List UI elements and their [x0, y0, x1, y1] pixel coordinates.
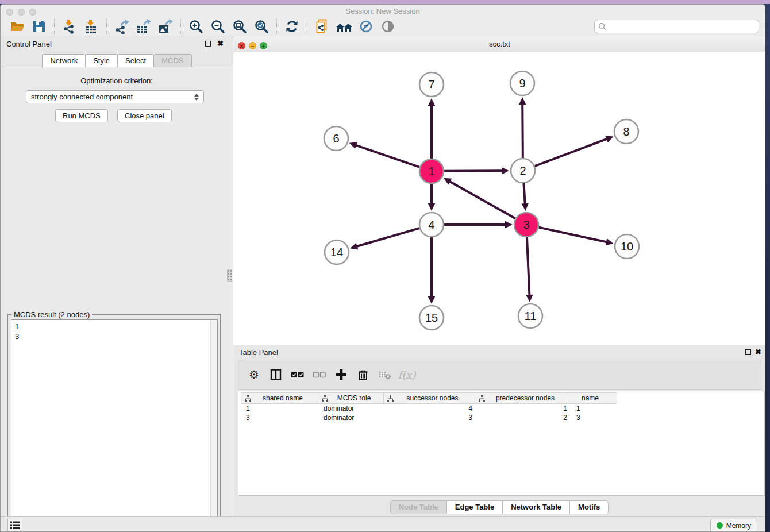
table-cell[interactable]: 3 — [572, 413, 620, 422]
graph-edge-3-10[interactable] — [538, 228, 607, 242]
criterion-dropdown-value: strongly connected component — [31, 92, 133, 101]
network-file-title: scc.txt — [233, 40, 765, 48]
column-header-successor-nodes[interactable]: successor nodes — [383, 392, 475, 404]
zoom-out-icon[interactable] — [209, 19, 226, 34]
graph-edge-arrowhead — [428, 98, 435, 106]
panel-splitter-handle[interactable] — [227, 269, 232, 282]
graph-edge-2-9[interactable] — [522, 103, 523, 158]
network-graph: 7968124314101511 — [233, 52, 765, 341]
search-input[interactable] — [594, 20, 759, 33]
table-panel-header: Table Panel ✖ — [233, 345, 765, 360]
table-panel-tabs: Node TableEdge TableNetwork TableMotifs — [233, 500, 765, 514]
table-cell[interactable]: 1 — [241, 404, 319, 413]
table-cell[interactable]: dominator — [319, 413, 385, 422]
tab-mcds[interactable]: MCDS — [153, 54, 191, 67]
network-window-titlebar: ✕−+ scc.txt — [233, 36, 765, 52]
mcds-result-textarea[interactable]: 1 3 — [11, 319, 218, 530]
column-header-shared-name[interactable]: shared name — [241, 392, 318, 404]
memory-label: Memory — [726, 522, 751, 530]
export-image-icon[interactable] — [157, 19, 174, 34]
toolbar-separator — [54, 19, 55, 34]
float-panel-icon[interactable] — [205, 41, 211, 47]
tab-network-table[interactable]: Network Table — [502, 500, 570, 514]
app-titlebar: Session: New Session — [1, 5, 765, 17]
show-columns-icon[interactable] — [268, 367, 283, 382]
column-header-predecessor-nodes[interactable]: predecessor nodes — [475, 392, 569, 404]
column-header-name[interactable]: name — [569, 392, 617, 404]
close-panel-icon[interactable]: ✖ — [217, 39, 224, 48]
memory-button[interactable]: Memory — [710, 519, 757, 532]
float-table-panel-icon[interactable] — [745, 349, 751, 355]
table-cell[interactable]: dominator — [319, 404, 385, 413]
table-panel: Table Panel ✖ ⚙ f(x) — [233, 345, 765, 516]
graph-edge-2-8[interactable] — [535, 138, 608, 166]
tab-select[interactable]: Select — [117, 54, 154, 67]
deselect-all-checkboxes-icon[interactable] — [312, 367, 327, 382]
tab-edge-table[interactable]: Edge Table — [446, 500, 503, 514]
tab-motifs[interactable]: Motifs — [569, 500, 609, 514]
share-document-icon[interactable] — [314, 19, 331, 34]
table-cell[interactable]: 2 — [477, 413, 572, 422]
task-history-button[interactable] — [7, 519, 22, 531]
graph-edge-arrowhead — [502, 167, 509, 174]
control-panel-title: Control Panel — [6, 40, 52, 48]
add-row-icon[interactable] — [334, 367, 349, 382]
graph-node-label: 6 — [333, 132, 339, 145]
tab-style[interactable]: Style — [85, 54, 118, 67]
graph-edge-arrowhead — [428, 296, 435, 304]
refresh-icon[interactable] — [283, 19, 301, 34]
zoom-fit-icon[interactable] — [231, 19, 248, 34]
hide-details-icon[interactable] — [357, 19, 375, 34]
table-cell[interactable]: 3 — [385, 413, 477, 422]
export-network-icon[interactable] — [113, 19, 130, 34]
table-cell[interactable]: 4 — [385, 404, 477, 413]
show-details-icon[interactable] — [379, 19, 396, 34]
graph-edge-2-3[interactable] — [523, 183, 525, 205]
import-network-icon[interactable] — [61, 19, 78, 34]
graph-edge-4-14[interactable] — [356, 228, 419, 246]
close-panel-button[interactable]: Close panel — [117, 109, 172, 122]
graph-node-label: 1 — [428, 165, 434, 178]
table-cell[interactable]: 1 — [477, 404, 572, 413]
graph-node-label: 4 — [428, 218, 434, 231]
zoom-selected-icon[interactable] — [253, 19, 270, 34]
table-toolbar: ⚙ f(x) — [238, 360, 761, 390]
scrollbar[interactable] — [210, 320, 217, 529]
tab-node-table[interactable]: Node Table — [390, 500, 447, 514]
node-table[interactable]: shared nameMCDS rolesuccessor nodesprede… — [238, 391, 765, 496]
table-cell[interactable]: 1 — [572, 404, 620, 413]
toolbar-separator — [106, 19, 107, 34]
select-all-checkboxes-icon[interactable] — [290, 367, 305, 382]
graph-node-label: 14 — [330, 246, 343, 259]
table-row[interactable]: 1dominator411 — [241, 404, 620, 413]
graph-edge-arrowhead — [428, 203, 435, 211]
control-panel-header: Control Panel ✖ — [1, 36, 233, 51]
column-header-MCDS-role[interactable]: MCDS role — [318, 392, 384, 404]
open-folder-icon[interactable] — [9, 19, 26, 34]
close-table-panel-icon[interactable]: ✖ — [755, 348, 761, 356]
graph-edge-1-2[interactable] — [444, 171, 503, 171]
delete-row-icon[interactable] — [356, 367, 371, 382]
run-mcds-button[interactable]: Run MCDS — [55, 109, 108, 122]
function-builder-icon[interactable]: f(x) — [399, 367, 414, 382]
graph-node-label: 2 — [519, 164, 526, 177]
network-graph-canvas[interactable]: 7968124314101511 — [233, 52, 765, 341]
table-settings-icon[interactable]: ⚙ — [247, 367, 261, 382]
toolbar-separator — [307, 19, 307, 34]
mcds-result-title: MCDS result (2 nodes) — [11, 310, 92, 319]
table-cell[interactable]: 3 — [241, 413, 319, 422]
delete-table-icon[interactable] — [378, 367, 392, 382]
criterion-dropdown[interactable]: strongly connected component — [26, 90, 204, 103]
tab-network[interactable]: Network — [42, 54, 86, 67]
export-table-icon[interactable] — [135, 19, 152, 34]
graph-edge-1-6[interactable] — [355, 145, 419, 167]
network-home-icon[interactable] — [336, 19, 353, 34]
graph-edge-3-11[interactable] — [527, 237, 529, 296]
save-icon[interactable] — [30, 19, 48, 34]
dropdown-stepper-icon — [194, 94, 199, 101]
import-table-icon[interactable] — [83, 19, 100, 34]
graph-edge-3-1[interactable] — [449, 181, 515, 218]
zoom-in-icon[interactable] — [187, 19, 205, 34]
graph-edge-arrowhead — [521, 203, 528, 211]
table-row[interactable]: 3dominator323 — [241, 413, 620, 422]
